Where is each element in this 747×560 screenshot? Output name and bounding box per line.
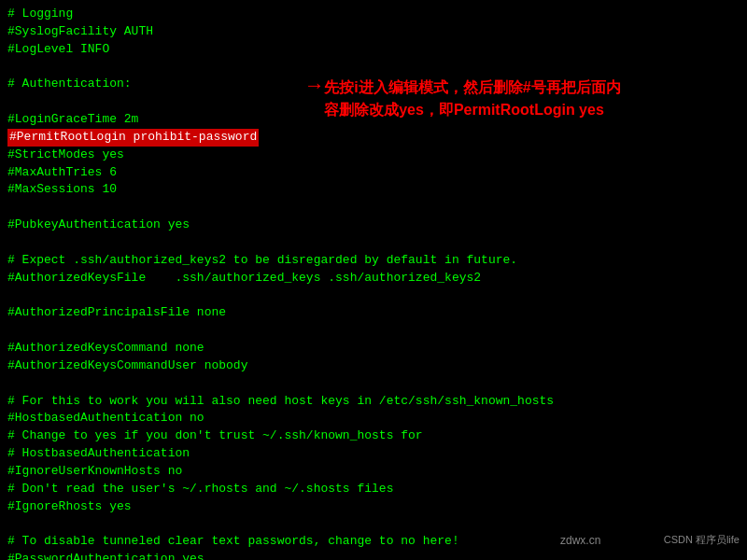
line-9: #StrictModes yes bbox=[7, 147, 740, 164]
permit-root-login-line: #PermitRootLogin prohibit-password bbox=[7, 129, 259, 147]
line-10: #MaxAuthTries 6 bbox=[7, 164, 740, 182]
annotation-container: → 先按i进入编辑模式，然后删除#号再把后面内容删除改成yes，即PermitR… bbox=[308, 77, 679, 121]
line-26: # HostbasedAuthentication bbox=[7, 445, 740, 463]
watermark-left: zdwx.cn bbox=[560, 534, 600, 547]
line-27: #IgnoreUserKnownHosts no bbox=[7, 463, 740, 481]
line-20: #AuthorizedKeysCommand none bbox=[7, 340, 740, 357]
line-23: # For this to work you will also need ho… bbox=[7, 393, 740, 411]
terminal-window: # Logging #SyslogFacility AUTH #LogLevel… bbox=[0, 0, 747, 560]
line-14 bbox=[7, 234, 740, 252]
watermark-right: CSDN 程序员life bbox=[664, 533, 740, 547]
line-29: #IgnoreRhosts yes bbox=[7, 498, 740, 516]
line-16: #AuthorizedKeysFile .ssh/authorized_keys… bbox=[7, 270, 740, 287]
line-15: # Expect .ssh/authorized_keys2 to be dis… bbox=[7, 252, 740, 270]
line-1: # Logging bbox=[7, 6, 740, 23]
line-19 bbox=[7, 322, 740, 340]
line-13: #PubkeyAuthentication yes bbox=[7, 217, 740, 234]
line-30 bbox=[7, 515, 740, 533]
line-21: #AuthorizedKeysCommandUser nobody bbox=[7, 357, 740, 375]
line-32: #PasswordAuthentication yes bbox=[7, 551, 740, 560]
line-25: # Change to yes if you don't trust ~/.ss… bbox=[7, 427, 740, 445]
line-2: #SyslogFacility AUTH bbox=[7, 23, 740, 41]
line-8-highlighted: #PermitRootLogin prohibit-password bbox=[7, 129, 740, 147]
line-24: #HostbasedAuthentication no bbox=[7, 410, 740, 427]
arrow-icon: → bbox=[308, 75, 320, 98]
line-12 bbox=[7, 199, 740, 217]
line-11: #MaxSessions 10 bbox=[7, 181, 740, 199]
line-3: #LogLevel INFO bbox=[7, 41, 740, 59]
line-18: #AuthorizedPrincipalsFile none bbox=[7, 304, 740, 322]
line-22 bbox=[7, 375, 740, 393]
line-28: # Don't read the user's ~/.rhosts and ~/… bbox=[7, 481, 740, 498]
annotation-text: 先按i进入编辑模式，然后删除#号再把后面内容删除改成yes，即PermitRoo… bbox=[324, 77, 679, 121]
line-17 bbox=[7, 287, 740, 305]
line-4 bbox=[7, 59, 740, 77]
line-31: # To disable tunneled clear text passwor… bbox=[7, 533, 740, 551]
